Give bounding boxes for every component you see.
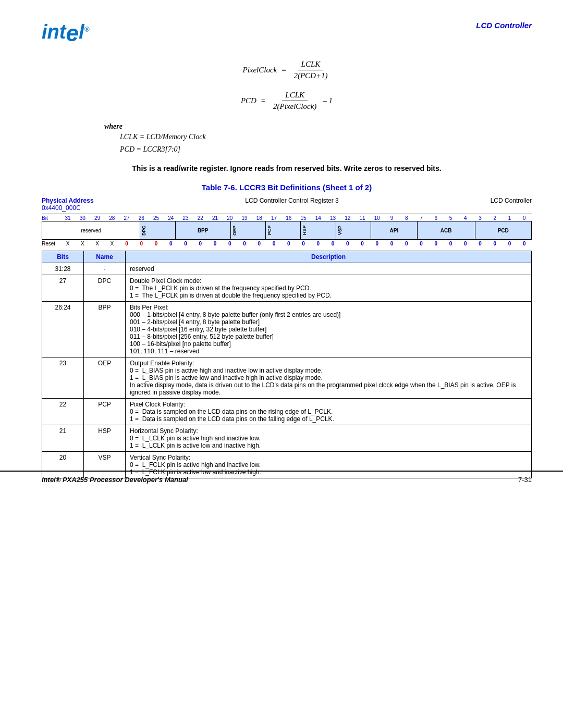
bit-7: 7 [414,215,429,221]
reset-0-5: 0 [119,241,134,246]
name-hsp: HSP [84,425,126,452]
table-title: Table 7-6. LCCR3 Bit Definitions (Sheet … [42,183,532,192]
physical-address-label: Physical Address [42,197,115,204]
bits-2624: 26:24 [42,302,84,357]
col-desc-header: Description [126,251,532,263]
reset-0-17: 0 [296,241,311,246]
bit-numbers-container: 31 30 29 28 27 26 25 24 23 22 21 20 19 1… [60,215,532,221]
reset-0-8: 0 [164,241,178,246]
name-dpc: DPC [84,275,126,302]
name-bpp: BPP [84,302,126,357]
desc-oep: Output Enable Polarity: 0 = L_BIAS pin i… [126,357,532,399]
reset-0-29: 0 [473,241,487,246]
desc-reserved: reserved [126,263,532,275]
reset-0-13: 0 [237,241,252,246]
formula2-equals: = [261,96,266,105]
formula1: PixelClock = LCLK 2(PCD+1) [42,59,532,81]
cell-pcp: PCP [266,221,301,240]
bit-5: 5 [444,215,458,221]
desc-bpp: Bits Per Pixel: 000 – 1-bits/pixel [4 en… [126,302,532,357]
cell-vsp: VSP [336,221,371,240]
bit-17: 17 [267,215,282,221]
register-module: LCD Controller [469,197,532,204]
reset-0-30: 0 [487,241,502,246]
reset-0-26: 0 [429,241,443,246]
reset-0-22: 0 [370,241,384,246]
formula1-fraction: LCLK 2(PCD+1) [290,59,331,81]
reset-cells-container: X X X X 0 0 0 0 0 0 0 0 0 0 0 0 0 0 0 0 … [60,241,532,246]
reset-0-7: 0 [149,241,164,246]
formula1-left: PixelClock [242,66,277,75]
formula2-fraction: LCLK 2(PixelClock) [270,90,320,112]
name-oep: OEP [84,357,126,399]
bit-2: 2 [487,215,502,221]
cell-dpc: DPC [140,221,175,240]
bits-21: 21 [42,425,84,452]
reset-0-15: 0 [267,241,282,246]
bit-21: 21 [208,215,223,221]
bit-26: 26 [134,215,149,221]
cell-pcd: PCD [475,221,531,240]
bit-19: 19 [237,215,252,221]
reset-0-12: 0 [223,241,237,246]
formula1-den: 2(PCD+1) [290,70,331,81]
bit-25: 25 [149,215,164,221]
bits-27: 27 [42,275,84,302]
bit-9: 9 [385,215,399,221]
definition-table: Bits Name Description 31:28 - reserved 2… [42,251,532,478]
formula2-minus: – 1 [323,96,333,105]
bit-label: Bit [42,215,60,221]
bit-8: 8 [399,215,414,221]
bit-23: 23 [178,215,193,221]
reset-0-11: 0 [208,241,223,246]
footer-page-number: 7-31 [518,476,532,484]
cell-hsp-label: HSP [301,223,308,238]
bit-18: 18 [252,215,266,221]
bit-15: 15 [296,215,311,221]
bit-6: 6 [429,215,443,221]
reset-0-32: 0 [517,241,532,246]
bit-30: 30 [75,215,90,221]
reset-0-16: 0 [282,241,296,246]
bits-23: 23 [42,357,84,399]
bit-13: 13 [326,215,340,221]
bit-14: 14 [311,215,325,221]
reset-0-24: 0 [399,241,414,246]
formula2-left: PCD [241,96,256,105]
cell-dpc-label: DPC [141,223,147,238]
desc-pcp: Pixel Clock Polarity: 0 = Data is sample… [126,399,532,425]
register-info-row: Physical Address 0x4400_000C LCD Control… [42,197,532,212]
table-row: 31:28 - reserved [42,263,532,275]
bit-16: 16 [282,215,296,221]
intel-logo: intel® [42,21,90,43]
bit-10: 10 [370,215,384,221]
bit-1: 1 [503,215,517,221]
reset-x3: X [90,241,105,246]
register-name: LCD Controller Control Register 3 [115,197,469,204]
cell-oep: OEP [230,221,265,240]
cell-bpp: BPP [175,221,230,240]
table-row: 21 HSP Horizontal Sync Polarity: 0 = L_L… [42,425,532,452]
footer: Intel® PXA255 Processor Developer's Manu… [0,471,563,484]
page: intel® LCD Controller PixelClock = LCLK … [0,0,563,499]
cell-api: API [371,221,417,240]
where-section: where LCLK = LCD/Memory Clock PCD = LCCR… [104,122,532,154]
formula2: PCD = LCLK 2(PixelClock) – 1 [42,90,532,112]
col-bits-header: Bits [42,251,84,263]
reset-x1: X [60,241,75,246]
bit-20: 20 [223,215,237,221]
bits-22: 22 [42,399,84,425]
cell-hsp: HSP [301,221,336,240]
bit-31: 31 [60,215,75,221]
reset-0-19: 0 [326,241,340,246]
where-item1: LCLK = LCD/Memory Clock [120,133,532,141]
bit-0: 0 [517,215,532,221]
col-name-header: Name [84,251,126,263]
reset-0-6: 0 [134,241,149,246]
cell-vsp-label: VSP [337,223,343,238]
physical-address-block: Physical Address 0x4400_000C [42,197,115,212]
formula1-equals: = [281,66,286,75]
cell-pcp-label: PCP [266,223,273,238]
bit-27: 27 [119,215,134,221]
register-cells-table: reserved DPC BPP OEP PCP HSP VSP [42,221,532,240]
